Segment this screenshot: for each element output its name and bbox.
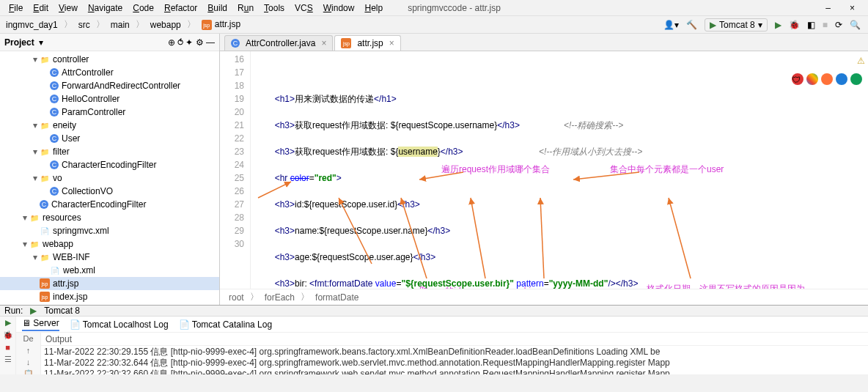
project-tree[interactable]: ▾📁controllerCAttrControllerCForwardAndRe… bbox=[0, 51, 219, 305]
tree-springmvc.xml[interactable]: 📄springmvc.xml bbox=[0, 224, 219, 237]
editor: CAttrController.java×jspattr.jsp× 161718… bbox=[220, 34, 868, 305]
menu-build[interactable]: Build bbox=[203, 1, 232, 15]
menu-code[interactable]: Code bbox=[128, 1, 158, 15]
coverage-icon[interactable]: ◧ bbox=[807, 20, 815, 30]
run-tab-catalina[interactable]: 📄 Tomcat Catalina Log bbox=[179, 319, 273, 330]
gutter: 161718192021222324252627282930 bbox=[220, 51, 251, 289]
run-icon[interactable]: ▶ bbox=[775, 20, 781, 30]
tree-HelloController[interactable]: CHelloController bbox=[0, 92, 219, 106]
window-title: springmvccode - attr.jsp bbox=[403, 1, 505, 15]
project-title[interactable]: Project bbox=[4, 37, 34, 48]
code[interactable]: ⚠ 🛡 <h1>用来测试数据的传递</h1> <h3>获取request作用域数… bbox=[251, 51, 868, 289]
tree-eneity[interactable]: ▾📁eneity bbox=[0, 119, 219, 132]
run-gutter[interactable]: ▶ 🐞 ■ ☰ bbox=[0, 317, 16, 374]
tab-AttrController.java[interactable]: CAttrController.java× bbox=[224, 35, 333, 51]
run-tabs[interactable]: 🖥 Server 📄 Tomcat Localhost Log 📄 Tomcat… bbox=[16, 317, 868, 333]
git-icon[interactable]: ⟳ bbox=[835, 20, 842, 30]
menu-navigate[interactable]: Navigate bbox=[84, 1, 127, 15]
bc-4[interactable]: jspattr.jsp bbox=[199, 18, 243, 32]
editor-tabs: CAttrController.java×jspattr.jsp× bbox=[220, 34, 868, 51]
stop-run-icon: 🐞 bbox=[3, 330, 13, 340]
bc-2[interactable]: main bbox=[108, 18, 133, 32]
breadcrumb: ingmvc_day1〉 src〉 main〉 webapp〉 jspattr.… bbox=[0, 16, 868, 34]
tree-CharacterEncodingFilter[interactable]: CCharacterEncodingFilter bbox=[0, 158, 219, 171]
tree-controller[interactable]: ▾📁controller bbox=[0, 53, 219, 66]
tree-ParamController[interactable]: CParamController bbox=[0, 106, 219, 119]
menu-refactor[interactable]: Refactor bbox=[160, 1, 202, 15]
code-status: root 〉 forEach 〉 formatDate bbox=[220, 289, 868, 305]
minimize-icon[interactable]: – bbox=[821, 1, 835, 15]
warning-icon: ⚠ bbox=[857, 54, 865, 67]
bc-3[interactable]: webapp bbox=[147, 18, 184, 32]
tree-param.jsp[interactable]: jspparam.jsp bbox=[0, 303, 219, 305]
menu-help[interactable]: Help bbox=[360, 1, 387, 15]
tree-webapp[interactable]: ▾📁webapp bbox=[0, 237, 219, 251]
search-icon[interactable]: 🔍 bbox=[850, 20, 861, 30]
hammer-icon[interactable]: 🔨 bbox=[686, 20, 697, 30]
menu-tools[interactable]: Tools bbox=[260, 1, 289, 15]
close-icon[interactable]: × bbox=[845, 1, 859, 15]
stop-icon[interactable]: ■ bbox=[823, 20, 828, 30]
run-tool: Run: ▶Tomcat 8 ▶ 🐞 ■ ☰ 🖥 Server 📄 Tomcat… bbox=[0, 305, 868, 374]
bc-0[interactable]: ingmvc_day1 bbox=[3, 18, 61, 32]
menubar: File Edit View Navigate Code Refactor Bu… bbox=[0, 0, 868, 16]
tree-AttrController[interactable]: CAttrController bbox=[0, 66, 219, 79]
tab-attr.jsp[interactable]: jspattr.jsp× bbox=[334, 35, 400, 51]
rerun-icon: ▶ bbox=[5, 318, 11, 328]
stop2-icon: ■ bbox=[5, 343, 10, 352]
menu-vcs[interactable]: VCS bbox=[290, 1, 317, 15]
bc-1[interactable]: src bbox=[76, 18, 93, 32]
menu-file[interactable]: File bbox=[4, 1, 27, 15]
tree-ForwardAndRedirectController[interactable]: CForwardAndRedirectController bbox=[0, 79, 219, 92]
menu-window[interactable]: Window bbox=[319, 1, 359, 15]
run-config[interactable]: ▶Tomcat 8 ▾ bbox=[705, 18, 768, 32]
menu-view[interactable]: View bbox=[54, 1, 82, 15]
run-title[interactable]: Tomcat 8 bbox=[44, 306, 80, 316]
browser-icons[interactable]: 🛡 bbox=[792, 73, 862, 85]
menu-edit[interactable]: Edit bbox=[29, 1, 53, 15]
run-label: Run: bbox=[4, 306, 23, 316]
tree-vo[interactable]: ▾📁vo bbox=[0, 171, 219, 185]
tree-index.jsp[interactable]: jspindex.jsp bbox=[0, 290, 219, 303]
tree-CharacterEncodingFilter[interactable]: CCharacterEncodingFilter bbox=[0, 198, 219, 211]
user-icon[interactable]: 👤▾ bbox=[663, 20, 679, 30]
tree-resources[interactable]: ▾📁resources bbox=[0, 211, 219, 224]
console[interactable]: 11-Mar-2022 22:30:29.155 信息 [http-nio-99… bbox=[41, 346, 868, 374]
menu-run[interactable]: Run bbox=[233, 1, 258, 15]
run-tab-localhost[interactable]: 📄 Tomcat Localhost Log bbox=[70, 319, 169, 330]
project-settings-icon[interactable]: ⊕ ⥀ ✦ ⚙ — bbox=[168, 37, 215, 48]
run-tab-server[interactable]: 🖥 Server bbox=[22, 318, 59, 331]
debug-icon[interactable]: 🐞 bbox=[789, 20, 800, 30]
tree-web.xml[interactable]: 📄web.xml bbox=[0, 264, 219, 277]
tree-User[interactable]: CUser bbox=[0, 132, 219, 145]
tree-WEB-INF[interactable]: ▾📁WEB-INF bbox=[0, 251, 219, 264]
tree-attr.jsp[interactable]: jspattr.jsp bbox=[0, 277, 219, 290]
tree-CollectionVO[interactable]: CCollectionVO bbox=[0, 185, 219, 198]
project-tool: Project ▾ ⊕ ⥀ ✦ ⚙ — ▾📁controllerCAttrCon… bbox=[0, 34, 220, 305]
tree-filter[interactable]: ▾📁filter bbox=[0, 145, 219, 158]
